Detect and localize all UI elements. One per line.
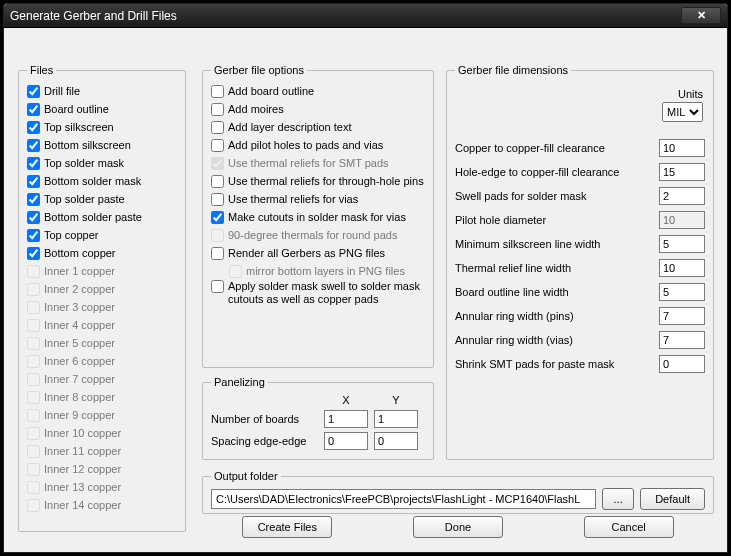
dimension-input[interactable] (659, 355, 705, 373)
files-checkbox[interactable] (27, 85, 40, 98)
panelizing-x-input[interactable] (324, 410, 368, 428)
panelizing-y-input[interactable] (374, 410, 418, 428)
files-checkbox[interactable] (27, 157, 40, 170)
files-checkbox[interactable] (27, 229, 40, 242)
dimension-row: Minimum silkscreen line width (455, 232, 705, 256)
gerber-option-checkbox[interactable] (211, 280, 224, 293)
gerber-option-label: Make cutouts in solder mask for vias (228, 211, 406, 223)
panelizing-row-label: Number of boards (211, 413, 321, 425)
gerber-option-label: Add layer description text (228, 121, 352, 133)
gerber-option-label: Add board outline (228, 85, 314, 97)
files-checkbox (27, 319, 40, 332)
files-checkbox (27, 283, 40, 296)
gerber-option-item: Use thermal reliefs for through-hole pin… (211, 172, 425, 190)
dimension-input[interactable] (659, 235, 705, 253)
dimension-row: Annular ring width (pins) (455, 304, 705, 328)
gerber-option-item: Add layer description text (211, 118, 425, 136)
files-label: Top solder paste (44, 193, 125, 205)
gerber-option-checkbox[interactable] (211, 139, 224, 152)
files-checkbox[interactable] (27, 211, 40, 224)
files-label: Inner 10 copper (44, 427, 121, 439)
default-button[interactable]: Default (640, 488, 705, 510)
dimension-input[interactable] (659, 259, 705, 277)
dimension-input[interactable] (659, 307, 705, 325)
gerber-option-item: Add board outline (211, 82, 425, 100)
gerber-option-label: Add moires (228, 103, 284, 115)
gerber-option-label: Use thermal reliefs for SMT pads (228, 157, 389, 169)
dimension-input[interactable] (659, 187, 705, 205)
gerber-option-checkbox (229, 265, 242, 278)
close-button[interactable]: ✕ (681, 7, 721, 24)
gerber-option-label: mirror bottom layers in PNG files (246, 265, 405, 277)
gerber-option-checkbox[interactable] (211, 193, 224, 206)
dimension-label: Board outline line width (455, 286, 659, 298)
dimension-label: Swell pads for solder mask (455, 190, 659, 202)
titlebar: Generate Gerber and Drill Files ✕ (4, 4, 727, 28)
gerber-option-item: Use thermal reliefs for SMT pads (211, 154, 425, 172)
done-button[interactable]: Done (413, 516, 503, 538)
gerber-option-item: Apply solder mask swell to solder mask c… (211, 280, 425, 310)
files-item: Top copper (27, 226, 177, 244)
files-label: Bottom solder mask (44, 175, 141, 187)
files-checkbox[interactable] (27, 121, 40, 134)
dimension-label: Hole-edge to copper-fill clearance (455, 166, 659, 178)
files-group: Files Drill fileBoard outlineTop silkscr… (18, 64, 186, 532)
dimension-input[interactable] (659, 139, 705, 157)
browse-button[interactable]: ... (602, 488, 634, 510)
files-label: Top copper (44, 229, 98, 241)
dimension-label: Pilot hole diameter (455, 214, 659, 226)
gerber-option-checkbox[interactable] (211, 175, 224, 188)
gerber-options-legend: Gerber file options (211, 64, 307, 76)
dimension-label: Minimum silkscreen line width (455, 238, 659, 250)
files-label: Inner 14 copper (44, 499, 121, 511)
dimension-input[interactable] (659, 163, 705, 181)
files-label: Board outline (44, 103, 109, 115)
gerber-option-checkbox[interactable] (211, 103, 224, 116)
files-item: Top solder mask (27, 154, 177, 172)
dimension-label: Annular ring width (pins) (455, 310, 659, 322)
files-checkbox[interactable] (27, 193, 40, 206)
files-label: Bottom silkscreen (44, 139, 131, 151)
dimension-label: Shrink SMT pads for paste mask (455, 358, 659, 370)
files-checkbox[interactable] (27, 103, 40, 116)
dimension-input[interactable] (659, 283, 705, 301)
dimension-row: Thermal relief line width (455, 256, 705, 280)
files-item: Top solder paste (27, 190, 177, 208)
panelizing-y-input[interactable] (374, 432, 418, 450)
cancel-button[interactable]: Cancel (584, 516, 674, 538)
create-files-button[interactable]: Create Files (242, 516, 332, 538)
files-checkbox (27, 391, 40, 404)
units-select[interactable]: MIL (662, 102, 703, 122)
files-label: Drill file (44, 85, 80, 97)
gerber-option-label: Render all Gerbers as PNG files (228, 247, 385, 259)
dimension-row: Annular ring width (vias) (455, 328, 705, 352)
dimension-input[interactable] (659, 331, 705, 349)
gerber-option-checkbox[interactable] (211, 247, 224, 260)
files-checkbox[interactable] (27, 247, 40, 260)
files-legend: Files (27, 64, 56, 76)
output-path-input[interactable] (211, 489, 596, 509)
gerber-option-checkbox[interactable] (211, 211, 224, 224)
dimension-label: Thermal relief line width (455, 262, 659, 274)
dimension-row: Copper to copper-fill clearance (455, 136, 705, 160)
units-label: Units (662, 88, 703, 100)
files-item: Inner 1 copper (27, 262, 177, 280)
files-checkbox[interactable] (27, 175, 40, 188)
files-item: Inner 9 copper (27, 406, 177, 424)
dimension-row: Pilot hole diameter (455, 208, 705, 232)
files-item: Board outline (27, 100, 177, 118)
files-item: Inner 4 copper (27, 316, 177, 334)
gerber-option-checkbox[interactable] (211, 121, 224, 134)
gerber-option-label: 90-degree thermals for round pads (228, 229, 397, 241)
files-label: Inner 7 copper (44, 373, 115, 385)
files-checkbox (27, 427, 40, 440)
gerber-option-label: Apply solder mask swell to solder mask c… (228, 280, 425, 306)
files-label: Inner 5 copper (44, 337, 115, 349)
panelizing-x-header: X (321, 394, 371, 406)
files-checkbox[interactable] (27, 139, 40, 152)
panelizing-x-input[interactable] (324, 432, 368, 450)
button-row: Create Files Done Cancel (202, 516, 714, 538)
gerber-option-item: 90-degree thermals for round pads (211, 226, 425, 244)
gerber-option-checkbox[interactable] (211, 85, 224, 98)
files-label: Inner 8 copper (44, 391, 115, 403)
